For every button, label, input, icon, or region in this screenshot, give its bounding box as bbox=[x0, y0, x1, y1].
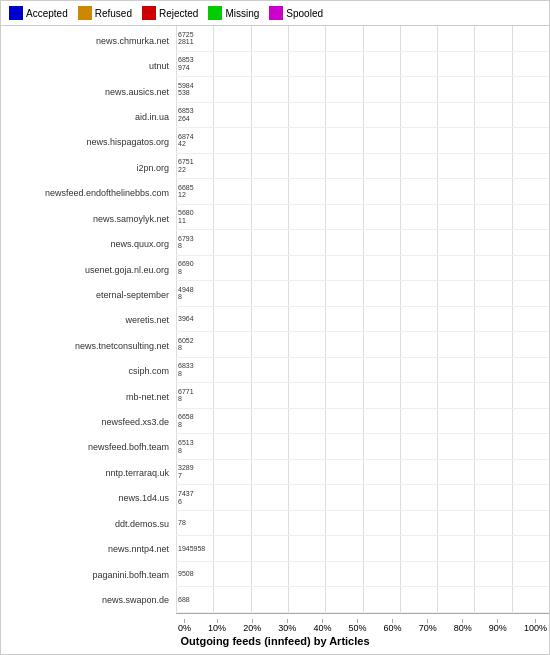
y-label-6: newsfeed.endofthelinebbs.com bbox=[5, 184, 172, 202]
x-tick-3: 30% bbox=[278, 619, 296, 633]
legend-label-refused: Refused bbox=[95, 8, 132, 19]
bars-section: 6725 28116853 9745984 5386853 2646874 42… bbox=[176, 26, 549, 633]
bar-value-label-5: 6751 22 bbox=[178, 158, 194, 173]
x-tick-label-3: 30% bbox=[278, 623, 296, 633]
x-tick-label-2: 20% bbox=[243, 623, 261, 633]
bar-value-label-3: 6853 264 bbox=[178, 107, 194, 122]
chart-title: Outgoing feeds (innfeed) by Articles bbox=[1, 633, 549, 651]
x-tick-label-6: 60% bbox=[384, 623, 402, 633]
x-tick-2: 20% bbox=[243, 619, 261, 633]
bar-value-label-16: 6513 8 bbox=[178, 439, 194, 454]
legend-color-rejected bbox=[142, 6, 156, 20]
legend-label-spooled: Spooled bbox=[286, 8, 323, 19]
legend-item-accepted: Accepted bbox=[9, 6, 68, 20]
bar-row-19: 78 bbox=[176, 511, 549, 537]
y-label-3: aid.in.ua bbox=[5, 108, 172, 126]
x-tick-label-4: 40% bbox=[313, 623, 331, 633]
x-tick-label-10: 100% bbox=[524, 623, 547, 633]
y-label-14: mb-net.net bbox=[5, 388, 172, 406]
y-label-9: usenet.goja.nl.eu.org bbox=[5, 261, 172, 279]
bar-value-label-8: 6793 8 bbox=[178, 235, 194, 250]
bar-value-label-14: 6771 8 bbox=[178, 388, 194, 403]
bar-value-label-0: 6725 2811 bbox=[178, 31, 194, 46]
bar-value-label-19: 78 bbox=[178, 519, 186, 527]
bar-row-22: 688 bbox=[176, 587, 549, 613]
y-label-4: news.hispagatos.org bbox=[5, 133, 172, 151]
bar-row-4: 6874 42 bbox=[176, 128, 549, 154]
x-tick-label-1: 10% bbox=[208, 623, 226, 633]
bar-value-label-4: 6874 42 bbox=[178, 133, 194, 148]
x-tick-9: 90% bbox=[489, 619, 507, 633]
y-label-2: news.ausics.net bbox=[5, 83, 172, 101]
x-tick-0: 0% bbox=[178, 619, 191, 633]
y-label-18: news.1d4.us bbox=[5, 489, 172, 507]
chart-container: AcceptedRefusedRejectedMissingSpooled ne… bbox=[0, 0, 550, 655]
x-tick-7: 70% bbox=[419, 619, 437, 633]
bar-value-label-21: 9508 bbox=[178, 570, 194, 578]
y-label-21: paganini.bofh.team bbox=[5, 566, 172, 584]
legend-item-spooled: Spooled bbox=[269, 6, 323, 20]
bar-value-label-1: 6853 974 bbox=[178, 56, 194, 71]
y-label-20: news.nntp4.net bbox=[5, 540, 172, 558]
y-label-15: newsfeed.xs3.de bbox=[5, 413, 172, 431]
y-label-5: i2pn.org bbox=[5, 159, 172, 177]
x-tick-label-8: 80% bbox=[454, 623, 472, 633]
legend-label-accepted: Accepted bbox=[26, 8, 68, 19]
x-tick-6: 60% bbox=[384, 619, 402, 633]
x-tick-4: 40% bbox=[313, 619, 331, 633]
legend-item-missing: Missing bbox=[208, 6, 259, 20]
x-tick-1: 10% bbox=[208, 619, 226, 633]
bar-row-16: 6513 8 bbox=[176, 434, 549, 460]
bar-row-1: 6853 974 bbox=[176, 52, 549, 78]
bar-value-label-13: 6833 8 bbox=[178, 362, 194, 377]
bar-value-label-15: 6658 8 bbox=[178, 413, 194, 428]
bar-row-6: 6685 12 bbox=[176, 179, 549, 205]
legend-color-spooled bbox=[269, 6, 283, 20]
bar-row-18: 7437 6 bbox=[176, 485, 549, 511]
bar-row-0: 6725 2811 bbox=[176, 26, 549, 52]
bar-row-9: 6690 8 bbox=[176, 256, 549, 282]
x-tick-8: 80% bbox=[454, 619, 472, 633]
y-label-1: utnut bbox=[5, 57, 172, 75]
x-tick-label-7: 70% bbox=[419, 623, 437, 633]
y-label-0: news.chmurka.net bbox=[5, 32, 172, 50]
bar-row-15: 6658 8 bbox=[176, 409, 549, 435]
y-labels: news.chmurka.netutnutnews.ausics.netaid.… bbox=[1, 26, 176, 633]
x-tick-5: 50% bbox=[348, 619, 366, 633]
bar-row-5: 6751 22 bbox=[176, 154, 549, 180]
bar-row-21: 9508 bbox=[176, 562, 549, 588]
bar-value-label-9: 6690 8 bbox=[178, 260, 194, 275]
bar-value-label-7: 5680 11 bbox=[178, 209, 194, 224]
bar-row-2: 5984 538 bbox=[176, 77, 549, 103]
y-label-7: news.samoylyk.net bbox=[5, 210, 172, 228]
y-label-11: weretis.net bbox=[5, 311, 172, 329]
bar-row-17: 3289 7 bbox=[176, 460, 549, 486]
bar-value-label-18: 7437 6 bbox=[178, 490, 194, 505]
bar-value-label-10: 4948 8 bbox=[178, 286, 194, 301]
y-label-22: news.swapon.de bbox=[5, 591, 172, 609]
bar-value-label-12: 6052 8 bbox=[178, 337, 194, 352]
chart-area: news.chmurka.netutnutnews.ausics.netaid.… bbox=[1, 26, 549, 633]
bar-row-20: 1945958 bbox=[176, 536, 549, 562]
x-tick-label-5: 50% bbox=[348, 623, 366, 633]
bar-row-8: 6793 8 bbox=[176, 230, 549, 256]
y-label-17: nntp.terraraq.uk bbox=[5, 464, 172, 482]
bar-row-12: 6052 8 bbox=[176, 332, 549, 358]
legend-item-rejected: Rejected bbox=[142, 6, 198, 20]
y-label-16: newsfeed.bofh.team bbox=[5, 438, 172, 456]
y-label-10: eternal-september bbox=[5, 286, 172, 304]
legend-label-rejected: Rejected bbox=[159, 8, 198, 19]
y-label-12: news.tnetconsulting.net bbox=[5, 337, 172, 355]
legend-color-missing bbox=[208, 6, 222, 20]
bar-row-13: 6833 8 bbox=[176, 358, 549, 384]
x-tick-label-0: 0% bbox=[178, 623, 191, 633]
y-label-13: csiph.com bbox=[5, 362, 172, 380]
bar-value-label-22: 688 bbox=[178, 596, 190, 604]
legend: AcceptedRefusedRejectedMissingSpooled bbox=[1, 1, 549, 26]
bar-row-10: 4948 8 bbox=[176, 281, 549, 307]
x-axis: 0%10%20%30%40%50%60%70%80%90%100% bbox=[176, 613, 549, 633]
y-label-19: ddt.demos.su bbox=[5, 515, 172, 533]
bar-value-label-20: 1945958 bbox=[178, 545, 205, 553]
bar-value-label-17: 3289 7 bbox=[178, 464, 194, 479]
bar-row-3: 6853 264 bbox=[176, 103, 549, 129]
